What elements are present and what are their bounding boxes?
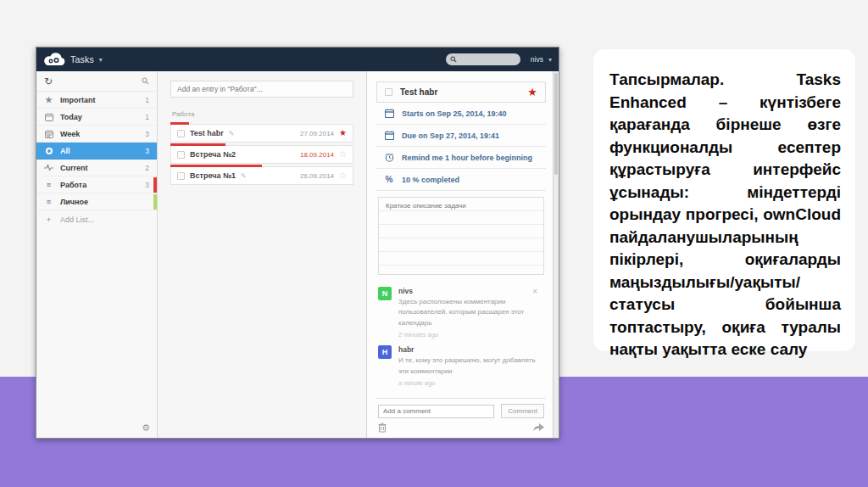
forward-arrow-icon[interactable] xyxy=(533,423,544,432)
slide-description: Тапсырмалар. Tasks Enhanced – күнтізбеге… xyxy=(593,49,855,361)
star-icon[interactable]: ☆ xyxy=(339,150,347,159)
sidebar-item-count: 3 xyxy=(145,147,149,155)
scrollbar-thumb[interactable] xyxy=(554,73,558,175)
user-menu[interactable]: nivs xyxy=(531,55,543,64)
sidebar-item-week[interactable]: Week 3 xyxy=(36,126,157,143)
settings-gear-icon[interactable]: ⚙ xyxy=(142,423,150,434)
search-input[interactable] xyxy=(459,56,516,64)
task-due-date: 18.09.2014 xyxy=(300,151,334,159)
sidebar-toolbar: ↻ xyxy=(36,71,157,92)
star-icon[interactable]: ★ xyxy=(339,129,347,137)
comments-section: N nivs Здесь расположены комментарии пол… xyxy=(376,284,546,398)
alarm-clock-icon xyxy=(384,153,394,162)
window-scrollbar[interactable] xyxy=(553,71,559,438)
sidebar-item-count: 1 xyxy=(145,96,149,104)
progress-row[interactable]: % 10 % completed xyxy=(376,169,546,191)
task-checkbox[interactable] xyxy=(385,88,392,96)
comment-text: И те, кому это разрешено, могут добавлят… xyxy=(398,355,544,377)
plus-icon: + xyxy=(44,216,53,224)
owncloud-logo-icon xyxy=(43,53,65,67)
task-row[interactable]: Test habr ✎ 27.09.2014 ★ xyxy=(170,124,353,143)
app-menu-caret-icon[interactable]: ▾ xyxy=(99,56,103,64)
sidebar-item-important[interactable]: ★ Important 1 xyxy=(36,92,157,109)
task-progress-bar xyxy=(170,122,189,125)
edit-pencil-icon[interactable]: ✎ xyxy=(241,172,247,180)
task-notes-input[interactable] xyxy=(379,198,543,274)
star-icon[interactable]: ☆ xyxy=(339,171,347,180)
comment-timestamp: a minute ago xyxy=(398,379,544,387)
calendar-icon xyxy=(384,131,394,140)
task-item: Test habr ✎ 27.09.2014 ★ xyxy=(170,122,353,143)
comment-submit-button[interactable]: Comment xyxy=(501,404,544,418)
reminder-row[interactable]: Remind me 1 hour before beginning xyxy=(376,147,546,169)
refresh-icon[interactable]: ↻ xyxy=(44,76,53,87)
sidebar-search-icon[interactable] xyxy=(142,77,149,85)
delete-trash-icon[interactable] xyxy=(378,423,387,433)
search-box[interactable] xyxy=(446,53,520,65)
start-date-row[interactable]: Starts on Sep 25, 2014, 19:40 xyxy=(376,103,546,125)
task-name: Встреча №1 xyxy=(190,171,236,180)
add-comment-input[interactable] xyxy=(378,405,494,418)
owncloud-window: Tasks ▾ nivs ▾ ↻ ★ Important 1 xyxy=(36,47,559,439)
comment-timestamp: 2 minutes ago xyxy=(398,331,544,339)
list-color-bar-red xyxy=(153,177,157,193)
star-icon: ★ xyxy=(44,96,53,104)
close-icon[interactable]: × xyxy=(532,287,537,296)
due-date-text: Due on Sep 27, 2014, 19:41 xyxy=(402,132,499,140)
task-progress-track xyxy=(170,122,353,125)
task-list-panel: Работа Test habr ✎ 27.09.2014 ★ Встреча … xyxy=(158,71,367,438)
comment-compose-bar: Comment xyxy=(376,398,546,418)
avatar: H xyxy=(378,345,392,359)
task-row[interactable]: Встреча №2 18.09.2014 ☆ xyxy=(170,145,353,164)
percent-icon: % xyxy=(384,175,394,184)
task-item: Встреча №1 ✎ 26.09.2014 ☆ xyxy=(170,165,353,185)
task-progress-track xyxy=(170,165,353,167)
task-checkbox[interactable] xyxy=(177,151,185,159)
task-due-date: 27.09.2014 xyxy=(300,130,334,137)
task-progress-track xyxy=(170,143,353,146)
task-checkbox[interactable] xyxy=(177,172,185,180)
task-group-label: Работа xyxy=(172,110,353,118)
sidebar-item-count: 1 xyxy=(145,113,149,121)
sidebar-item-rabota[interactable]: ≡ Работа 3 xyxy=(36,176,157,193)
task-checkbox[interactable] xyxy=(177,130,185,137)
user-menu-caret-icon[interactable]: ▾ xyxy=(548,56,552,64)
sidebar-item-lichnoe[interactable]: ≡ Личное xyxy=(36,193,157,210)
task-due-date: 26.09.2014 xyxy=(300,172,334,180)
add-list-button[interactable]: + Add List... xyxy=(36,210,157,229)
sidebar-item-label: Today xyxy=(60,113,82,121)
reminder-text: Remind me 1 hour before beginning xyxy=(402,154,532,162)
star-icon[interactable]: ★ xyxy=(527,87,537,98)
sidebar-item-count: 2 xyxy=(145,164,149,172)
avatar: N xyxy=(378,287,392,300)
calendar-icon xyxy=(44,113,53,121)
sidebar-item-label: Current xyxy=(60,164,88,172)
task-progress-bar xyxy=(170,143,225,146)
list-icon: ≡ xyxy=(44,181,53,189)
calendar-icon xyxy=(384,109,394,118)
sidebar-item-label: Работа xyxy=(60,181,86,189)
task-detail-title: Test habr xyxy=(400,87,437,97)
sidebar-item-label: Личное xyxy=(60,198,88,206)
sidebar-item-today[interactable]: Today 1 xyxy=(36,109,157,126)
due-date-row[interactable]: Due on Sep 27, 2014, 19:41 xyxy=(376,125,546,147)
add-task-input[interactable] xyxy=(170,81,353,98)
detail-actions-bar xyxy=(376,418,546,438)
progress-text: 10 % completed xyxy=(402,176,459,184)
sidebar-item-label: Week xyxy=(60,130,80,138)
sidebar-item-label: Important xyxy=(60,96,96,104)
sidebar: ↻ ★ Important 1 Today 1 xyxy=(36,71,158,438)
app-title[interactable]: Tasks xyxy=(70,54,94,64)
sidebar-item-label: All xyxy=(60,147,70,155)
app-header: Tasks ▾ nivs ▾ xyxy=(36,48,559,71)
sidebar-item-current[interactable]: Current 2 xyxy=(36,160,157,176)
task-detail-header: Test habr ★ xyxy=(376,81,546,103)
edit-pencil-icon[interactable]: ✎ xyxy=(229,130,235,137)
task-detail-panel: Test habr ★ Starts on Sep 25, 2014, 19:4… xyxy=(367,71,553,438)
comment-text: Здесь расположены комментарии пользовате… xyxy=(398,297,544,328)
task-progress-bar xyxy=(170,165,262,167)
task-row[interactable]: Встреча №1 ✎ 26.09.2014 ☆ xyxy=(170,166,353,185)
comment-author: nivs xyxy=(398,287,544,295)
sidebar-item-count: 3 xyxy=(145,181,149,189)
sidebar-item-all[interactable]: All 3 xyxy=(36,143,157,160)
